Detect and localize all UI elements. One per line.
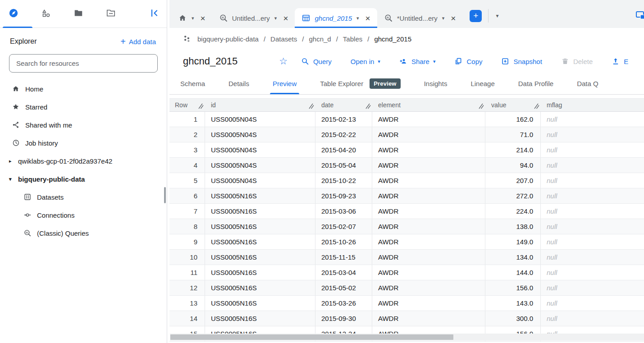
sidebar-item-classic-queries[interactable]: (Classic) Queries <box>0 224 167 242</box>
chevron-down-icon[interactable]: ▾ <box>442 15 445 21</box>
cell-id: USS0005N04S <box>205 112 315 127</box>
editor-tab-Untitled...ery[interactable]: Untitled...ery▾× <box>212 8 295 28</box>
chevron-down-icon: ▾ <box>378 59 380 64</box>
delete-button[interactable]: Delete <box>561 57 593 65</box>
cell-value: 71.0 <box>485 127 541 142</box>
cell-value: 138.0 <box>485 219 541 234</box>
horizontal-scrollbar[interactable] <box>170 334 644 341</box>
editor-tab-*Untitled...ery[interactable]: *Untitled...ery▾× <box>377 8 463 28</box>
new-tab-button[interactable]: + <box>470 10 482 22</box>
cell-value: 214.0 <box>485 142 541 157</box>
cell-element: AWDR <box>372 188 485 203</box>
resource-search[interactable] <box>9 54 158 73</box>
horizontal-scrollbar-thumb[interactable] <box>170 334 453 340</box>
open-in-button[interactable]: Open in▾ <box>351 58 380 65</box>
add-data-button[interactable]: + Add data <box>120 37 156 46</box>
tab-table-explorer[interactable]: Table ExplorerPreview <box>320 73 400 94</box>
copy-button[interactable]: Copy <box>454 57 482 65</box>
query-button[interactable]: Query <box>301 57 332 65</box>
cell-date: 2015-03-26 <box>315 296 372 311</box>
cell-date: 2015-04-20 <box>315 142 372 157</box>
cell-element: AWDR <box>372 280 485 295</box>
column-header-label: value <box>491 101 506 109</box>
breadcrumb-item[interactable]: Datasets <box>270 35 297 43</box>
tab-insights[interactable]: Insights <box>424 73 448 94</box>
close-icon[interactable]: × <box>283 14 288 23</box>
split-panel-icon[interactable] <box>635 10 644 23</box>
e-button[interactable]: E <box>612 57 628 65</box>
sidebar-item-job-history[interactable]: Job history <box>0 134 167 152</box>
toolbar-button-label: Delete <box>573 58 593 65</box>
tab-lineage[interactable]: Lineage <box>470 73 494 94</box>
column-header-value[interactable]: value <box>485 99 541 111</box>
breadcrumb-item[interactable]: ghcn_d <box>309 35 331 43</box>
cell-value: 162.0 <box>485 112 541 127</box>
tab-overflow-chevron-icon[interactable]: ▾ <box>496 13 498 19</box>
snapshot-icon <box>501 57 509 65</box>
toolbar-button-label: Snapshot <box>513 58 542 65</box>
chevron-down-icon[interactable]: ▾ <box>274 15 277 21</box>
sidebar-item-datasets[interactable]: Datasets <box>0 188 167 206</box>
tab-preview[interactable]: Preview <box>273 73 297 94</box>
rail-item-explorer[interactable] <box>7 8 20 20</box>
breadcrumb-item[interactable]: bigquery-public-data <box>197 35 259 43</box>
rail-item-pipelines[interactable] <box>40 8 52 20</box>
sidebar-item-home[interactable]: Home <box>0 80 167 98</box>
sidebar-item-label: Datasets <box>37 193 64 201</box>
close-icon[interactable]: × <box>451 14 456 23</box>
column-header-id[interactable]: id <box>205 99 315 111</box>
tab-label: Untitled...ery <box>232 14 270 22</box>
rail-item-files[interactable] <box>72 8 85 20</box>
cell-date: 2015-02-22 <box>315 127 372 142</box>
sidebar-item-qwiklabs-gcp-01-2f0d2a937e42[interactable]: ▸qwiklabs-gcp-01-2f0d2a937e42 <box>0 152 167 170</box>
search-input[interactable] <box>16 59 151 67</box>
tab-data-q[interactable]: Data Q <box>577 73 598 94</box>
cell-mflag: null <box>541 234 644 249</box>
tab-data-profile[interactable]: Data Profile <box>518 73 553 94</box>
export-icon <box>612 57 620 65</box>
main-panel: ▾×Untitled...ery▾×ghcnd_2015▾×*Untitled.… <box>169 0 644 343</box>
breadcrumb-item[interactable]: Tables <box>343 35 362 43</box>
column-header-mflag[interactable]: mflag <box>541 99 644 111</box>
star-outline-icon[interactable]: ☆ <box>279 56 288 67</box>
table-tab-icon <box>301 14 311 23</box>
table-row: 2USS0005N04S2015-02-22AWDR71.0null <box>169 127 644 142</box>
table-row: 4USS0005N04S2015-05-04AWDR94.0null <box>169 158 644 173</box>
sidebar-item-shared-with-me[interactable]: Shared with me <box>0 116 167 134</box>
column-header-row[interactable]: Row <box>169 99 205 111</box>
cell-id: USS0005N16S <box>205 188 315 203</box>
cell-id: USS0005N16S <box>205 311 315 326</box>
editor-tab-ghcnd_2015[interactable]: ghcnd_2015▾× <box>295 8 377 28</box>
share-button[interactable]: Share▾ <box>399 57 436 65</box>
datasets-icon <box>23 193 32 201</box>
breadcrumb: bigquery-public-data/Datasets/ghcn_d/Tab… <box>169 28 644 50</box>
detail-tab-label: Data Profile <box>518 80 553 87</box>
column-header-date[interactable]: date <box>315 99 372 111</box>
cell-value: 156.0 <box>485 280 541 295</box>
cell-date: 2015-05-02 <box>315 280 372 295</box>
sidebar-item-connections[interactable]: Connections <box>0 206 167 224</box>
tab-schema[interactable]: Schema <box>180 73 205 94</box>
editor-tab-home[interactable]: ▾× <box>171 8 212 28</box>
tab-details[interactable]: Details <box>228 73 249 94</box>
snapshot-button[interactable]: Snapshot <box>501 57 542 65</box>
share-icon <box>12 121 20 129</box>
chevron-down-icon[interactable]: ▾ <box>356 15 359 21</box>
rail-item-transfers[interactable] <box>105 8 117 20</box>
close-icon[interactable]: × <box>365 14 370 23</box>
toolbar-button-label: Share <box>411 58 429 65</box>
explorer-panel: Explorer + Add data HomeStarredShared wi… <box>0 0 167 343</box>
cell-mflag: null <box>541 127 644 142</box>
chevron-down-icon[interactable]: ▾ <box>192 15 194 21</box>
breadcrumb-separator: / <box>302 35 304 43</box>
column-header-element[interactable]: element <box>372 99 485 111</box>
cell-date: 2015-05-04 <box>315 158 372 173</box>
cell-mflag: null <box>541 173 644 188</box>
collapse-panel-button[interactable] <box>148 8 160 20</box>
cell-value: 94.0 <box>485 158 541 173</box>
sidebar-item-bigquery-public-data[interactable]: ▾bigquery-public-data <box>0 170 167 188</box>
sidebar-scrollbar[interactable] <box>164 187 166 203</box>
close-icon[interactable]: × <box>201 14 206 23</box>
sidebar-item-starred[interactable]: Starred <box>0 98 167 116</box>
cell-element: AWDR <box>372 234 485 249</box>
